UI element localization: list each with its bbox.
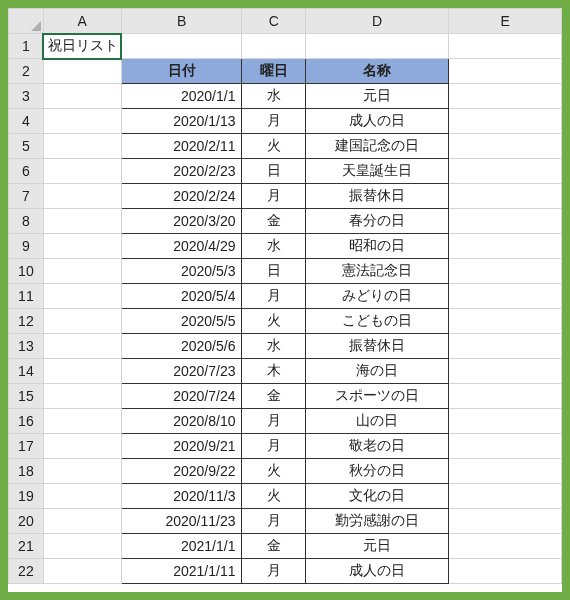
cell-E14[interactable] [449, 359, 562, 384]
cell-A11[interactable] [43, 284, 121, 309]
cell-A20[interactable] [43, 509, 121, 534]
cell-E18[interactable] [449, 459, 562, 484]
holiday-weekday[interactable]: 火 [242, 484, 305, 509]
holiday-name[interactable]: 敬老の日 [305, 434, 448, 459]
holiday-weekday[interactable]: 水 [242, 84, 305, 109]
holiday-weekday[interactable]: 日 [242, 259, 305, 284]
holiday-weekday[interactable]: 月 [242, 434, 305, 459]
cell-A5[interactable] [43, 134, 121, 159]
cell-E7[interactable] [449, 184, 562, 209]
holiday-weekday[interactable]: 月 [242, 509, 305, 534]
holiday-weekday[interactable]: 月 [242, 184, 305, 209]
holiday-name[interactable]: スポーツの日 [305, 384, 448, 409]
holiday-weekday[interactable]: 水 [242, 234, 305, 259]
holiday-name[interactable]: 元日 [305, 534, 448, 559]
cell-A9[interactable] [43, 234, 121, 259]
holiday-date[interactable]: 2020/5/3 [121, 259, 242, 284]
holiday-name[interactable]: 勤労感謝の日 [305, 509, 448, 534]
cell-A10[interactable] [43, 259, 121, 284]
holiday-name[interactable]: みどりの日 [305, 284, 448, 309]
row-header-4[interactable]: 4 [9, 109, 44, 134]
cell-E6[interactable] [449, 159, 562, 184]
row-header-10[interactable]: 10 [9, 259, 44, 284]
row-header-11[interactable]: 11 [9, 284, 44, 309]
cell-E20[interactable] [449, 509, 562, 534]
row-header-17[interactable]: 17 [9, 434, 44, 459]
col-header-A[interactable]: A [43, 9, 121, 34]
holiday-name[interactable]: こどもの日 [305, 309, 448, 334]
cell-A19[interactable] [43, 484, 121, 509]
holiday-date[interactable]: 2020/5/4 [121, 284, 242, 309]
col-header-B[interactable]: B [121, 9, 242, 34]
holiday-header-date[interactable]: 日付 [121, 59, 242, 84]
row-header-6[interactable]: 6 [9, 159, 44, 184]
row-header-12[interactable]: 12 [9, 309, 44, 334]
holiday-name[interactable]: 建国記念の日 [305, 134, 448, 159]
row-header-22[interactable]: 22 [9, 559, 44, 584]
holiday-weekday[interactable]: 月 [242, 559, 305, 584]
holiday-weekday[interactable]: 火 [242, 459, 305, 484]
cell-E8[interactable] [449, 209, 562, 234]
holiday-date[interactable]: 2020/11/23 [121, 509, 242, 534]
holiday-date[interactable]: 2020/7/23 [121, 359, 242, 384]
holiday-name[interactable]: 成人の日 [305, 559, 448, 584]
row-header-16[interactable]: 16 [9, 409, 44, 434]
holiday-header-name[interactable]: 名称 [305, 59, 448, 84]
row-header-21[interactable]: 21 [9, 534, 44, 559]
holiday-name[interactable]: 山の日 [305, 409, 448, 434]
holiday-name[interactable]: 憲法記念日 [305, 259, 448, 284]
row-header-20[interactable]: 20 [9, 509, 44, 534]
row-header-14[interactable]: 14 [9, 359, 44, 384]
cell-D1[interactable] [305, 34, 448, 59]
cell-E2[interactable] [449, 59, 562, 84]
holiday-name[interactable]: 文化の日 [305, 484, 448, 509]
row-header-2[interactable]: 2 [9, 59, 44, 84]
holiday-date[interactable]: 2020/9/22 [121, 459, 242, 484]
holiday-date[interactable]: 2020/2/23 [121, 159, 242, 184]
cell-A6[interactable] [43, 159, 121, 184]
select-all-corner[interactable] [9, 9, 44, 34]
cell-E19[interactable] [449, 484, 562, 509]
holiday-name[interactable]: 振替休日 [305, 334, 448, 359]
holiday-weekday[interactable]: 金 [242, 534, 305, 559]
cell-C1[interactable] [242, 34, 305, 59]
row-header-3[interactable]: 3 [9, 84, 44, 109]
holiday-date[interactable]: 2020/2/24 [121, 184, 242, 209]
holiday-weekday[interactable]: 月 [242, 409, 305, 434]
holiday-date[interactable]: 2020/2/11 [121, 134, 242, 159]
row-header-15[interactable]: 15 [9, 384, 44, 409]
spreadsheet-grid[interactable]: A B C D E 1 祝日リスト 2 日付 曜日 名称 32020/1/1水元… [8, 8, 562, 584]
row-header-7[interactable]: 7 [9, 184, 44, 209]
holiday-name[interactable]: 振替休日 [305, 184, 448, 209]
col-header-E[interactable]: E [449, 9, 562, 34]
cell-A14[interactable] [43, 359, 121, 384]
row-header-8[interactable]: 8 [9, 209, 44, 234]
holiday-name[interactable]: 秋分の日 [305, 459, 448, 484]
cell-E13[interactable] [449, 334, 562, 359]
cell-A2[interactable] [43, 59, 121, 84]
holiday-date[interactable]: 2020/4/29 [121, 234, 242, 259]
cell-E11[interactable] [449, 284, 562, 309]
holiday-date[interactable]: 2020/5/6 [121, 334, 242, 359]
holiday-date[interactable]: 2020/9/21 [121, 434, 242, 459]
holiday-date[interactable]: 2020/1/13 [121, 109, 242, 134]
holiday-date[interactable]: 2020/8/10 [121, 409, 242, 434]
cell-E1[interactable] [449, 34, 562, 59]
cell-A12[interactable] [43, 309, 121, 334]
holiday-weekday[interactable]: 木 [242, 359, 305, 384]
holiday-name[interactable]: 海の日 [305, 359, 448, 384]
cell-E10[interactable] [449, 259, 562, 284]
col-header-C[interactable]: C [242, 9, 305, 34]
cell-E12[interactable] [449, 309, 562, 334]
holiday-weekday[interactable]: 火 [242, 134, 305, 159]
cell-E22[interactable] [449, 559, 562, 584]
holiday-weekday[interactable]: 金 [242, 209, 305, 234]
holiday-header-weekday[interactable]: 曜日 [242, 59, 305, 84]
cell-A17[interactable] [43, 434, 121, 459]
holiday-date[interactable]: 2021/1/1 [121, 534, 242, 559]
cell-E17[interactable] [449, 434, 562, 459]
row-header-9[interactable]: 9 [9, 234, 44, 259]
holiday-weekday[interactable]: 火 [242, 309, 305, 334]
cell-A4[interactable] [43, 109, 121, 134]
holiday-name[interactable]: 天皇誕生日 [305, 159, 448, 184]
